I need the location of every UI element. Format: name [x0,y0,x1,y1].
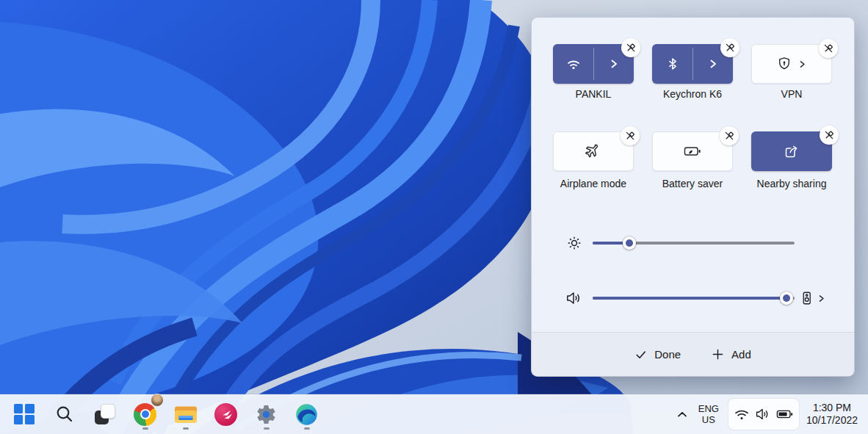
vpn-tile-label: VPN [740,88,843,100]
volume-slider[interactable] [593,297,795,300]
add-button[interactable]: Add [712,348,751,361]
feather-app-button[interactable] [211,397,241,432]
volume-slider-row [532,289,854,307]
speaker-icon [564,289,585,307]
speaker-icon [755,406,771,422]
done-label: Done [654,348,681,361]
nearby-sharing-unpin-button[interactable] [820,126,839,145]
chevron-right-icon [798,59,807,69]
battery-saver-unpin-button[interactable] [720,126,739,145]
running-indicator [304,427,310,430]
wifi-icon [565,55,582,73]
language-switcher[interactable]: ENG US [696,399,721,429]
bluetooth-unpin-button[interactable] [720,38,739,57]
language-line2: US [702,414,715,425]
wifi-tile[interactable] [553,44,634,84]
wifi-icon [734,406,750,422]
chevron-up-icon [675,407,690,422]
bluetooth-toggle[interactable] [652,44,692,84]
unpin-icon [823,43,833,54]
quick-settings-footer: Done Add [532,332,854,376]
language-line1: ENG [698,403,719,414]
chrome-button[interactable] [130,397,160,432]
running-indicator [142,427,148,430]
unpin-icon [724,131,734,141]
volume-slider-thumb[interactable] [780,292,793,305]
running-indicator [183,427,189,430]
add-label: Add [731,348,751,361]
share-icon [784,143,800,159]
volume-slider-fill [593,297,786,300]
battery-saver-tile[interactable] [652,131,733,171]
folder-icon [174,405,198,424]
plus-icon [712,348,724,361]
unpin-icon [725,43,735,53]
airplane-unpin-button[interactable] [621,126,640,145]
airplane-mode-tile[interactable] [553,131,634,171]
start-button[interactable] [9,397,39,432]
gear-icon [255,403,278,426]
clock-time: 1:30 PM [813,402,851,414]
windows-start-icon [14,404,35,424]
tile-divider [692,48,693,80]
brightness-slider-thumb[interactable] [623,236,636,250]
edge-button[interactable] [292,397,322,432]
taskbar: ENG US 1:30 PM 10/17/2022 [0,394,868,434]
task-view-button[interactable] [90,397,120,432]
running-indicator [264,427,270,430]
wifi-toggle[interactable] [553,44,593,84]
feather-icon [214,403,237,426]
wifi-tile-label: PANKIL [542,88,645,100]
quick-settings-tray-button[interactable] [728,398,800,430]
brightness-slider-row [532,234,854,252]
search-button[interactable] [49,397,79,432]
chevron-right-icon [707,58,719,70]
nearby-sharing-tile[interactable] [751,131,832,171]
unpin-icon [625,131,635,141]
bluetooth-tile-label: Keychron K6 [641,88,744,100]
tray-overflow-button[interactable] [675,399,690,429]
unpin-icon [626,43,636,53]
edge-icon [295,403,318,426]
chrome-icon [134,403,156,426]
nearby-sharing-tile-label: Nearby sharing [740,178,843,189]
taskbar-apps [0,397,322,432]
system-tray: ENG US 1:30 PM 10/17/2022 [675,394,861,434]
airplane-tile-label: Airplane mode [542,178,645,189]
chevron-right-icon [817,294,826,303]
bluetooth-icon [665,56,681,72]
file-explorer-button[interactable] [170,397,200,432]
desktop-screen: PANKIL Keychron K6 [0,0,868,434]
bluetooth-tile[interactable] [652,44,733,84]
search-icon [54,404,75,424]
wifi-unpin-button[interactable] [621,38,640,57]
battery-saver-tile-label: Battery saver [641,178,744,189]
chevron-right-icon [608,58,620,70]
clock[interactable]: 1:30 PM 10/17/2022 [806,399,861,429]
vpn-unpin-button[interactable] [819,39,838,58]
quick-settings-panel: PANKIL Keychron K6 [531,17,855,377]
clock-date: 10/17/2022 [806,414,858,427]
settings-button[interactable] [251,397,281,432]
brightness-sun-icon [564,234,585,252]
audio-output-button[interactable] [800,289,826,307]
unpin-icon [824,130,834,140]
brightness-slider[interactable] [593,242,795,245]
vpn-shield-icon [776,56,792,72]
task-view-icon [94,403,116,425]
audio-output-icon [800,291,813,305]
done-button[interactable]: Done [634,348,681,361]
vpn-tile[interactable] [751,44,832,84]
battery-icon [776,406,794,422]
tile-divider [593,48,594,80]
profile-avatar [151,394,164,407]
check-icon [634,348,647,361]
battery-saver-icon [683,144,702,159]
airplane-icon [585,142,602,160]
